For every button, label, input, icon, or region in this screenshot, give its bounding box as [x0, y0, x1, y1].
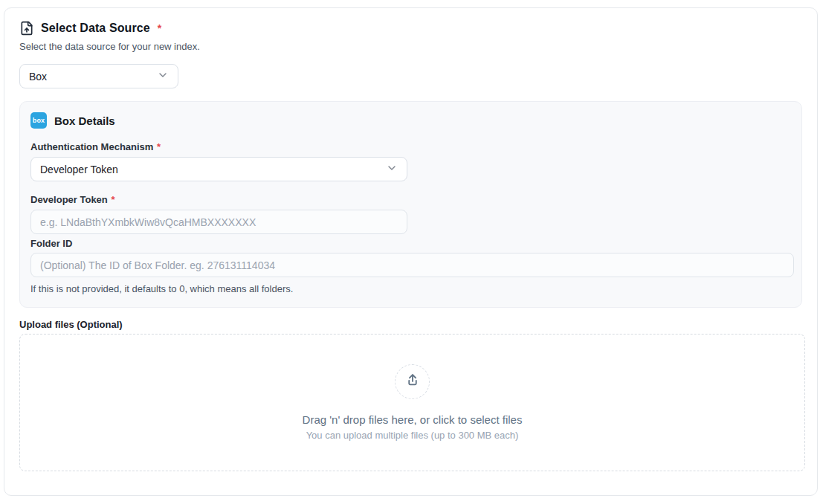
- required-asterisk: *: [111, 194, 114, 205]
- developer-token-input[interactable]: [30, 210, 407, 234]
- folder-id-input[interactable]: [30, 253, 794, 277]
- dropzone-sub-text: You can upload multiple files (up to 300…: [306, 430, 519, 441]
- developer-token-label: Developer Token *: [30, 194, 791, 205]
- folder-id-label-text: Folder ID: [30, 238, 72, 249]
- folder-id-help-text: If this is not provided, it defaults to …: [30, 283, 791, 294]
- required-asterisk: *: [157, 141, 161, 152]
- upload-files-label: Upload files (Optional): [19, 319, 802, 330]
- select-data-source-panel: Select Data Source * Select the data sou…: [4, 7, 818, 496]
- auth-mechanism-label: Authentication Mechanism *: [30, 141, 791, 152]
- box-details-card: box Box Details Authentication Mechanism…: [19, 101, 802, 308]
- auth-mechanism-select[interactable]: Developer Token: [30, 157, 407, 181]
- developer-token-label-text: Developer Token: [30, 194, 108, 205]
- auth-mechanism-select-value: Developer Token: [40, 164, 118, 175]
- data-source-select[interactable]: Box: [19, 64, 178, 88]
- upload-icon: [404, 372, 421, 392]
- upload-circle: [395, 364, 430, 399]
- panel-header: Select Data Source *: [19, 21, 802, 36]
- dropzone-main-text: Drag 'n' drop files here, or click to se…: [303, 413, 523, 426]
- folder-id-label: Folder ID: [30, 238, 791, 249]
- page-subtitle: Select the data source for your new inde…: [19, 41, 802, 52]
- box-logo-icon: box: [30, 112, 47, 129]
- chevron-down-icon: [157, 69, 169, 83]
- data-source-select-value: Box: [29, 71, 47, 83]
- chevron-down-icon: [386, 162, 398, 176]
- auth-mechanism-label-text: Authentication Mechanism: [30, 141, 153, 152]
- file-dropzone[interactable]: Drag 'n' drop files here, or click to se…: [19, 334, 805, 471]
- required-asterisk: *: [158, 22, 161, 34]
- box-details-header: box Box Details: [30, 112, 791, 129]
- page-title: Select Data Source: [41, 22, 150, 35]
- file-upload-icon: [19, 21, 34, 36]
- box-details-title: Box Details: [54, 114, 115, 127]
